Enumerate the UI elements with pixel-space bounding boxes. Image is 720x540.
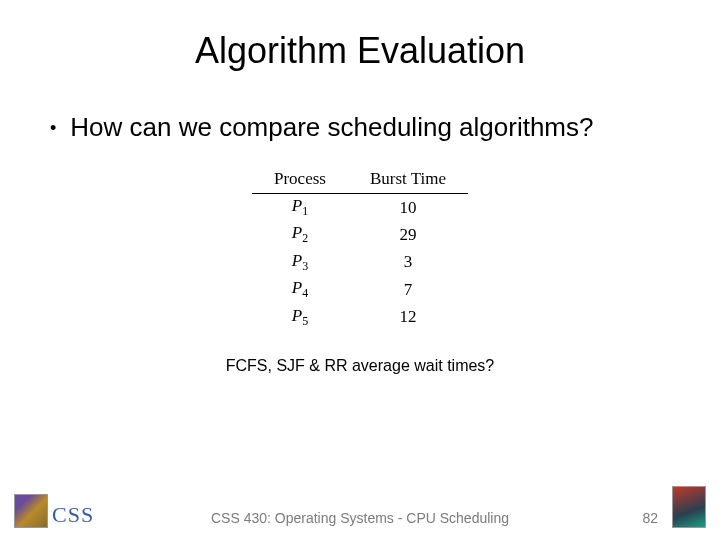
table-row: P4 7: [252, 276, 468, 303]
table-row: P3 3: [252, 249, 468, 276]
table-header-row: Process Burst Time: [252, 167, 468, 194]
cell-burst: 29: [348, 221, 468, 248]
footer-course-text: CSS 430: Operating Systems - CPU Schedul…: [211, 510, 509, 526]
cell-burst: 7: [348, 276, 468, 303]
bullet-text: How can we compare scheduling algorithms…: [70, 112, 593, 143]
cell-process: P4: [252, 276, 348, 303]
caption-text: FCFS, SJF & RR average wait times?: [40, 357, 680, 375]
slide-title: Algorithm Evaluation: [40, 30, 680, 72]
logo-left: CSS: [14, 494, 94, 528]
uwb-logo-icon: [14, 494, 48, 528]
cell-burst: 10: [348, 194, 468, 222]
cell-process: P3: [252, 249, 348, 276]
footer-right: 82: [642, 486, 706, 528]
logo-text: CSS: [52, 502, 94, 528]
header-process: Process: [252, 167, 348, 194]
cell-process: P2: [252, 221, 348, 248]
cell-burst: 3: [348, 249, 468, 276]
process-table-wrap: Process Burst Time P1 10 P2 29 P3 3: [40, 167, 680, 331]
footer: CSS CSS 430: Operating Systems - CPU Sch…: [0, 486, 720, 528]
page-number: 82: [642, 510, 658, 526]
process-table: Process Burst Time P1 10 P2 29 P3 3: [252, 167, 468, 331]
table-row: P5 12: [252, 304, 468, 331]
cell-process: P5: [252, 304, 348, 331]
slide: Algorithm Evaluation • How can we compar…: [0, 0, 720, 540]
bullet-item: • How can we compare scheduling algorith…: [50, 112, 680, 143]
table-row: P1 10: [252, 194, 468, 222]
header-burst: Burst Time: [348, 167, 468, 194]
book-cover-icon: [672, 486, 706, 528]
cell-burst: 12: [348, 304, 468, 331]
table-row: P2 29: [252, 221, 468, 248]
bullet-marker: •: [50, 119, 56, 137]
cell-process: P1: [252, 194, 348, 222]
